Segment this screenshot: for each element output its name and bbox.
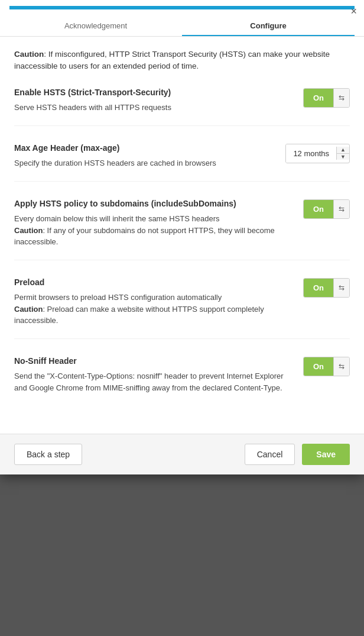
back-button[interactable]: Back a step: [14, 444, 82, 465]
arrows-icon-preload: [339, 283, 344, 292]
setting-info-subdomains: Apply HSTS policy to subdomains (include…: [14, 198, 303, 248]
setting-desc-preload-caution: Caution: [14, 305, 43, 314]
footer-right: Cancel Save: [245, 444, 350, 465]
setting-row-enable-hsts: Enable HSTS (Strict-Transport-Security) …: [14, 87, 350, 126]
progress-bar-container: [9, 6, 355, 9]
select-value-max-age: 12 months: [286, 144, 336, 163]
setting-title-max-age: Max Age Header (max-age): [14, 143, 274, 154]
setting-desc-preload: Permit browsers to preload HSTS configur…: [14, 292, 291, 327]
toggle-on-enable-hsts[interactable]: On: [304, 89, 333, 107]
toggle-arrow-no-sniff[interactable]: [333, 357, 349, 376]
setting-title-no-sniff: No-Sniff Header: [14, 356, 291, 367]
toggle-on-preload[interactable]: On: [304, 279, 333, 297]
select-arrows-max-age: ▲ ▼: [336, 147, 349, 160]
setting-desc-subdomains: Every domain below this will inherit the…: [14, 213, 291, 248]
setting-title-subdomains: Apply HSTS policy to subdomains (include…: [14, 198, 291, 210]
setting-desc-preload-part2: : Preload can make a website without HTT…: [14, 305, 264, 325]
select-arrow-up-max-age[interactable]: ▲: [337, 147, 349, 154]
toggle-group-enable-hsts: On: [303, 88, 350, 108]
setting-row-max-age: Max Age Header (max-age) Specify the dur…: [14, 143, 350, 182]
setting-desc-preload-part1: Permit browsers to preload HSTS configur…: [14, 293, 222, 302]
setting-info-no-sniff: No-Sniff Header Send the "X-Content-Type…: [14, 356, 303, 394]
setting-info-enable-hsts: Enable HSTS (Strict-Transport-Security) …: [14, 87, 303, 114]
toggle-arrow-enable-hsts[interactable]: [333, 89, 349, 107]
arrows-icon-no-sniff: [339, 362, 344, 370]
setting-desc-max-age: Specify the duration HSTS headers are ca…: [14, 157, 274, 169]
tab-configure[interactable]: Configure: [182, 17, 355, 36]
setting-control-no-sniff: On: [303, 357, 350, 376]
setting-desc-subdomains-part1: Every domain below this will inherit the…: [14, 214, 220, 223]
setting-info-max-age: Max Age Header (max-age) Specify the dur…: [14, 143, 285, 169]
setting-control-preload: On: [303, 278, 350, 298]
arrows-icon-enable-hsts: [339, 93, 344, 102]
save-button[interactable]: Save: [302, 444, 350, 465]
tab-acknowledgement[interactable]: Acknowledgement: [9, 17, 182, 36]
setting-control-enable-hsts: On: [303, 88, 350, 108]
setting-desc-subdomains-part2: : If any of your subdomains do not suppo…: [14, 226, 275, 247]
setting-desc-enable-hsts: Serve HSTS headers with all HTTPS reques…: [14, 102, 291, 114]
select-group-max-age: 12 months ▲ ▼: [285, 144, 350, 163]
caution-label: Caution: [14, 50, 44, 59]
caution-block: Caution: If misconfigured, HTTP Strict T…: [14, 49, 350, 73]
arrows-icon-subdomains: [339, 205, 344, 213]
setting-row-no-sniff: No-Sniff Header Send the "X-Content-Type…: [14, 356, 350, 406]
setting-title-enable-hsts: Enable HSTS (Strict-Transport-Security): [14, 87, 291, 99]
toggle-arrow-subdomains[interactable]: [333, 200, 349, 218]
setting-row-preload: Preload Permit browsers to preload HSTS …: [14, 277, 350, 339]
toggle-on-subdomains[interactable]: On: [304, 200, 333, 218]
tabs-container: Acknowledgement Configure: [9, 17, 355, 36]
setting-desc-subdomains-caution: Caution: [14, 226, 43, 235]
setting-title-preload: Preload: [14, 277, 291, 289]
toggle-arrow-preload[interactable]: [333, 279, 349, 297]
cancel-button[interactable]: Cancel: [245, 444, 295, 465]
modal-header: × Acknowledgement Configure: [0, 0, 364, 37]
modal-footer: Back a step Cancel Save: [0, 434, 364, 474]
caution-body: : If misconfigured, HTTP Strict Transpor…: [14, 50, 330, 70]
setting-control-max-age: 12 months ▲ ▼: [285, 144, 350, 163]
toggle-on-no-sniff[interactable]: On: [304, 357, 333, 376]
modal-container: × Acknowledgement Configure Caution: If …: [0, 0, 364, 474]
modal-body: Caution: If misconfigured, HTTP Strict T…: [0, 37, 364, 434]
progress-bar-fill: [9, 6, 355, 9]
close-button[interactable]: ×: [350, 6, 357, 17]
toggle-group-preload: On: [303, 278, 350, 298]
setting-info-preload: Preload Permit browsers to preload HSTS …: [14, 277, 303, 327]
toggle-group-subdomains: On: [303, 199, 350, 219]
toggle-group-no-sniff: On: [303, 357, 350, 376]
setting-desc-no-sniff: Send the "X-Content-Type-Options: nosnif…: [14, 370, 291, 393]
setting-row-subdomains: Apply HSTS policy to subdomains (include…: [14, 198, 350, 260]
select-arrow-down-max-age[interactable]: ▼: [337, 154, 349, 160]
setting-control-subdomains: On: [303, 199, 350, 219]
